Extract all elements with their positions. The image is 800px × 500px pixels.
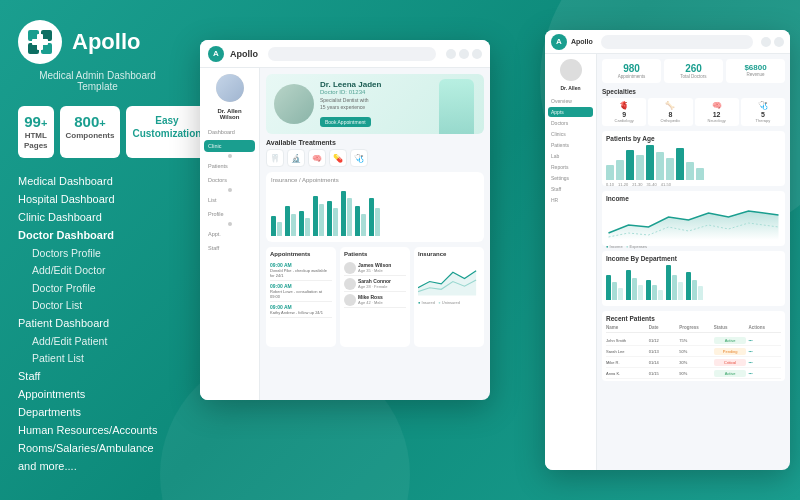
th-actions: Actions	[748, 325, 781, 330]
right-nav-staff3[interactable]: Staff	[548, 184, 593, 194]
mid-nav-dot-2	[228, 188, 232, 192]
nav-doctor-profile[interactable]: Doctor Profile	[18, 279, 177, 297]
nav-hr-accounts[interactable]: Human Resources/Accounts	[18, 421, 177, 439]
right-nav-lab[interactable]: Lab	[548, 151, 593, 161]
dept-bar-4b	[672, 275, 677, 300]
treat-pharma[interactable]: 💊	[329, 149, 347, 167]
mid-nav-clinic[interactable]: Clinic	[204, 140, 255, 152]
spec-grid: 🫀 9 Cardiology 🦴 8 Orthopedic 🧠 12 Neuro…	[602, 98, 785, 126]
mid-logo: A	[208, 46, 224, 62]
dept-bar-1c	[618, 288, 623, 300]
right-stat-label-3: Revenue	[730, 72, 781, 77]
nav-hospital-dashboard[interactable]: Hospital Dashboard	[18, 190, 177, 208]
nav-clinic-dashboard[interactable]: Clinic Dashboard	[18, 208, 177, 226]
td-actions-1[interactable]: •••	[748, 338, 781, 343]
mid-nav-patients[interactable]: Patients	[204, 160, 255, 172]
nav-departments[interactable]: Departments	[18, 403, 177, 421]
dept-chart: Income By Department	[602, 251, 785, 306]
nav-doctor-dashboard[interactable]: Doctor Dashboard	[18, 226, 177, 244]
dept-bar-4a	[666, 265, 671, 300]
appt-card-title: Appointments	[270, 251, 332, 257]
right-nav-settings[interactable]: Settings	[548, 173, 593, 183]
nav-patient-dashboard[interactable]: Patient Dashboard	[18, 314, 177, 332]
nav-doctors-profile[interactable]: Doctors Profile	[18, 244, 177, 262]
mid-dash-header: A Apollo	[200, 40, 490, 68]
bar-7b	[361, 214, 366, 236]
mid-nav-staff2[interactable]: Staff	[204, 242, 255, 254]
bar-group-2	[285, 206, 296, 236]
doc-profile-banner: Dr. Leena Jaden Doctor ID: 01234 Special…	[266, 74, 484, 134]
insurance-legend: ● Insured ● Uninsured	[418, 300, 480, 305]
right-nav-hr[interactable]: HR	[548, 195, 593, 205]
insurance-card-title: Insurance	[418, 251, 480, 257]
dept-bar-3c	[658, 290, 663, 300]
mid-nav-doctor-list2[interactable]: List	[204, 194, 255, 206]
td-actions-2[interactable]: •••	[748, 349, 781, 354]
table-row-1: John Smith 01/12 75% Active •••	[606, 335, 781, 346]
td-actions-4[interactable]: •••	[748, 371, 781, 376]
settings-icon[interactable]	[472, 49, 482, 59]
nav-appointments[interactable]: Appointments	[18, 385, 177, 403]
bar-group-4	[313, 196, 324, 236]
td-date-1: 01/12	[649, 338, 678, 343]
td-actions-3[interactable]: •••	[748, 360, 781, 365]
treat-general[interactable]: 🩺	[350, 149, 368, 167]
mid-header-icons	[446, 49, 482, 59]
nav-and-more[interactable]: and more....	[18, 457, 177, 475]
income-svg	[606, 205, 781, 240]
mid-search-bar[interactable]	[268, 47, 436, 61]
mid-nav-doctors-dash[interactable]: Doctors	[204, 174, 255, 186]
mid-nav-appt[interactable]: Appt.	[204, 228, 255, 240]
available-label: Available Treatments	[266, 139, 484, 146]
nav-patient-list[interactable]: Patient List	[18, 350, 177, 368]
td-status-4: Active	[714, 370, 747, 377]
dept-bar-2c	[638, 285, 643, 300]
stats-row: 99+ HTMLPages 800+ Components EasyCustom…	[18, 106, 177, 158]
right-notif-icon[interactable]	[761, 37, 771, 47]
nav-add-edit-patient[interactable]: Add/Edit Patient	[18, 332, 177, 350]
treat-cardiology[interactable]: 🦷	[266, 149, 284, 167]
nav-medical-dashboard[interactable]: Medical Dashboard	[18, 172, 177, 190]
age-chart: Patients by Age 0-10	[602, 131, 785, 186]
nav-staff[interactable]: Staff	[18, 367, 177, 385]
treat-ortho[interactable]: 🔬	[287, 149, 305, 167]
dept-bar-3b	[652, 285, 657, 300]
right-user-icon[interactable]	[774, 37, 784, 47]
right-title: Apollo	[571, 38, 593, 45]
td-progress-1: 75%	[679, 338, 712, 343]
mid-screenshot: A Apollo Dr. AllenWilson Dashboard Clini…	[200, 40, 490, 400]
right-nav-overview[interactable]: Overview	[548, 96, 593, 106]
app-name: Apollo	[72, 29, 140, 55]
th-date: Date	[649, 325, 678, 330]
mid-nav-profile[interactable]: Profile	[204, 208, 255, 220]
right-nav-clinics[interactable]: Clinics	[548, 129, 593, 139]
nav-rooms-salaries[interactable]: Rooms/Salaries/Ambulance	[18, 439, 177, 457]
spec-therapy: 🩺 5 Therapy	[741, 98, 785, 126]
stat-html-pages: 99+ HTMLPages	[18, 106, 54, 158]
right-nav-reports[interactable]: Reports	[548, 162, 593, 172]
nav-add-edit-doctor[interactable]: Add/Edit Doctor	[18, 262, 177, 280]
book-appointment-btn[interactable]: Book Appointment	[320, 117, 371, 127]
treatment-icons: 🦷 🔬 🧠 💊 🩺	[266, 149, 484, 167]
nav-doctor-list[interactable]: Doctor List	[18, 297, 177, 315]
right-search[interactable]	[601, 35, 753, 49]
mid-nav-dashboard[interactable]: Dashboard	[204, 126, 255, 138]
age-bar-6	[656, 152, 664, 180]
td-date-3: 01/14	[649, 360, 678, 365]
patient-row-1: James Wilson Age 35 · Male	[344, 260, 406, 276]
left-column: Apollo Medical Admin Dashboard Template …	[0, 0, 195, 500]
right-nav-doctors[interactable]: Doctors	[548, 118, 593, 128]
mid-title: Apollo	[230, 49, 258, 59]
right-nav-appointments[interactable]: Appts	[548, 107, 593, 117]
dept-bar-1b	[612, 282, 617, 300]
notif-icon[interactable]	[446, 49, 456, 59]
user-icon[interactable]	[459, 49, 469, 59]
treat-neuro[interactable]: 🧠	[308, 149, 326, 167]
td-date-4: 01/15	[649, 371, 678, 376]
stat-number-1: 99+	[24, 114, 48, 129]
bar-group-6	[341, 191, 352, 236]
bar-7a	[355, 206, 360, 236]
td-name-1: John Smith	[606, 338, 647, 343]
right-nav-patients2[interactable]: Patients	[548, 140, 593, 150]
bar-8a	[369, 198, 374, 236]
